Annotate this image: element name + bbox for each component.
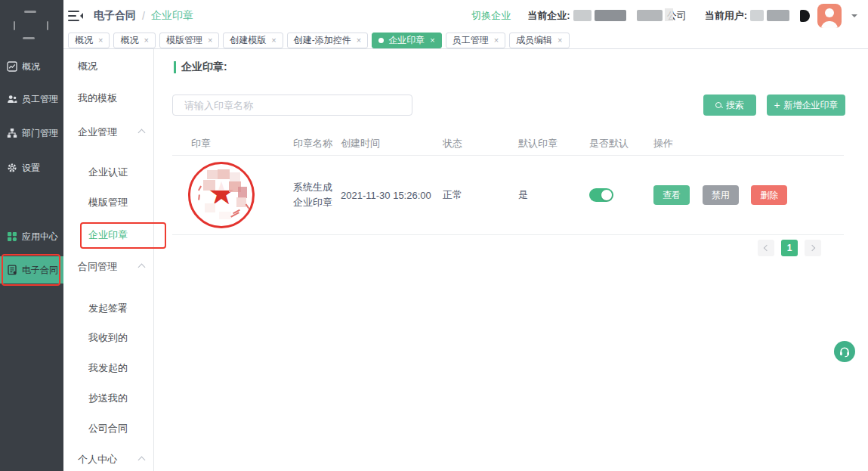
customer-service-fab[interactable] — [834, 341, 855, 362]
submenu-company-contracts[interactable]: 公司合同 — [88, 421, 128, 436]
overview-icon — [7, 61, 17, 72]
sidebar-item-overview[interactable]: 概况 — [0, 59, 63, 74]
chevron-up-icon[interactable] — [138, 457, 146, 464]
add-enterprise-seal-button[interactable]: + 新增企业印章 — [767, 95, 845, 116]
sidebar-item-app-center[interactable]: 应用中心 — [0, 229, 63, 244]
tab-create-template[interactable]: 创建模版× — [223, 33, 283, 48]
close-icon[interactable]: × — [144, 36, 148, 45]
sidebar-item-label: 概况 — [22, 60, 40, 73]
col-header-status: 状态 — [443, 137, 518, 150]
status-cell: 正常 — [443, 188, 518, 202]
col-header-default-seal: 默认印章 — [518, 137, 589, 150]
sidebar-item-label: 部门管理 — [22, 127, 58, 140]
chevron-up-icon[interactable] — [138, 129, 146, 137]
submenu-enterprise-management[interactable]: 企业管理 — [78, 125, 117, 140]
chevron-up-icon[interactable] — [138, 264, 146, 271]
current-company-label: 当前企业: — [527, 9, 570, 23]
redacted-company-name — [595, 10, 626, 21]
user-menu-caret-icon[interactable] — [851, 14, 857, 20]
redacted-user-mark — [800, 10, 810, 22]
sidebar-item-departments[interactable]: 部门管理 — [0, 125, 63, 141]
close-icon[interactable]: × — [208, 36, 212, 45]
close-icon[interactable]: × — [430, 36, 434, 45]
search-icon — [715, 102, 722, 109]
next-page-button[interactable] — [805, 240, 821, 256]
main-content: 企业印章: 搜索 + 新增企业印章 印章 印章名称 创建时间 状态 默认印章 是… — [154, 49, 868, 471]
seal-image: ★ — [188, 162, 255, 228]
tab-overview-2[interactable]: 概况× — [113, 33, 155, 48]
active-dot-icon — [378, 38, 384, 43]
tab-enterprise-seal[interactable]: 企业印章× — [372, 33, 441, 48]
tag-view-bar: 概况× 概况× 模版管理× 创建模版× 创建-添加控件× 企业印章× 员工管理×… — [63, 31, 868, 49]
seal-table: 印章 印章名称 创建时间 状态 默认印章 是否默认 操作 ★ — [172, 132, 844, 235]
submenu-overview[interactable]: 概况 — [78, 59, 97, 74]
breadcrumb-separator: / — [142, 10, 145, 22]
col-header-is-default: 是否默认 — [589, 137, 653, 150]
sidebar-item-employees[interactable]: 员工管理 — [0, 91, 63, 107]
prev-page-button[interactable] — [758, 240, 774, 256]
tab-member-edit[interactable]: 成员编辑× — [509, 33, 569, 48]
col-header-seal-name: 印章名称 — [293, 137, 341, 150]
breadcrumb-root[interactable]: 电子合同 — [94, 9, 136, 23]
chevron-left-icon — [764, 245, 770, 251]
sidebar-item-label: 员工管理 — [22, 93, 58, 106]
pagination: 1 — [758, 240, 821, 256]
submenu-my-templates[interactable]: 我的模板 — [78, 91, 117, 106]
col-header-seal: 印章 — [172, 137, 293, 150]
search-button[interactable]: 搜索 — [703, 95, 756, 116]
close-icon[interactable]: × — [558, 36, 562, 45]
submenu-initiated-by-me[interactable]: 我发起的 — [88, 361, 128, 376]
page-1-button[interactable]: 1 — [781, 240, 798, 256]
plus-icon: + — [774, 100, 780, 110]
default-seal-cell: 是 — [518, 188, 589, 202]
seal-name-cell: 系统生成 企业印章 — [293, 180, 341, 210]
view-button[interactable]: 查看 — [653, 185, 690, 205]
submenu-template-management[interactable]: 模版管理 — [88, 195, 128, 210]
sidebar-collapse-icon[interactable] — [68, 10, 83, 22]
departments-icon — [7, 128, 17, 138]
top-navbar: 电子合同 / 企业印章 切换企业 当前企业: 公司 当前用户: — [63, 0, 868, 31]
submenu-initiate-signing[interactable]: 发起签署 — [88, 301, 128, 316]
sidebar-item-settings[interactable]: 设置 — [0, 160, 63, 175]
close-icon[interactable]: × — [357, 36, 361, 45]
submenu-received[interactable]: 我收到的 — [88, 330, 128, 346]
user-avatar[interactable] — [817, 4, 842, 28]
close-icon[interactable]: × — [98, 36, 103, 45]
table-row: ★ — [172, 156, 844, 235]
table-header-row: 印章 印章名称 创建时间 状态 默认印章 是否默认 操作 — [172, 132, 844, 156]
sidebar-item-label: 电子合同 — [22, 264, 58, 277]
toggle-knob — [601, 190, 612, 200]
default-toggle[interactable] — [589, 188, 613, 202]
sidebar-item-label: 应用中心 — [22, 231, 58, 243]
settings-icon — [7, 163, 17, 173]
breadcrumb: 电子合同 / 企业印章 — [94, 9, 193, 23]
tab-overview-1[interactable]: 概况× — [68, 33, 110, 48]
submenu-personal-center[interactable]: 个人中心 — [78, 452, 117, 467]
current-user-label: 当前用户: — [705, 9, 747, 23]
app-center-icon — [7, 231, 17, 242]
submenu-enterprise-seal[interactable]: 企业印章 — [88, 228, 128, 243]
switch-company-link[interactable]: 切换企业 — [471, 9, 511, 23]
sidebar-item-e-contract[interactable]: 电子合同 — [0, 256, 63, 284]
tab-employee-management[interactable]: 员工管理× — [446, 33, 505, 48]
created-time-cell: 2021-11-30 15:26:00 — [341, 190, 443, 201]
redacted-user-name — [750, 10, 764, 21]
submenu-contract-management[interactable]: 合同管理 — [78, 259, 117, 274]
submenu-enterprise-certification[interactable]: 企业认证 — [88, 165, 128, 180]
app-logo — [14, 9, 48, 41]
tab-template-management[interactable]: 模版管理× — [159, 33, 219, 48]
seal-name-search-input[interactable] — [172, 95, 412, 116]
redacted-company-name — [573, 10, 592, 21]
app-root: 概况 员工管理 部门管理 设置 应用中心 电子合同 电子合同 / — [0, 0, 868, 471]
close-icon[interactable]: × — [494, 36, 499, 45]
contract-icon — [7, 265, 17, 275]
disable-button[interactable]: 禁用 — [703, 185, 739, 205]
tab-create-add-widget[interactable]: 创建-添加控件× — [287, 33, 368, 48]
col-header-actions: 操作 — [653, 137, 844, 150]
delete-button[interactable]: 删除 — [751, 185, 787, 205]
close-icon[interactable]: × — [271, 36, 276, 45]
headset-icon — [839, 346, 851, 358]
current-user: 当前用户: — [705, 4, 857, 28]
redacted-user-name — [767, 10, 789, 21]
submenu-cc-to-me[interactable]: 抄送我的 — [88, 391, 128, 406]
